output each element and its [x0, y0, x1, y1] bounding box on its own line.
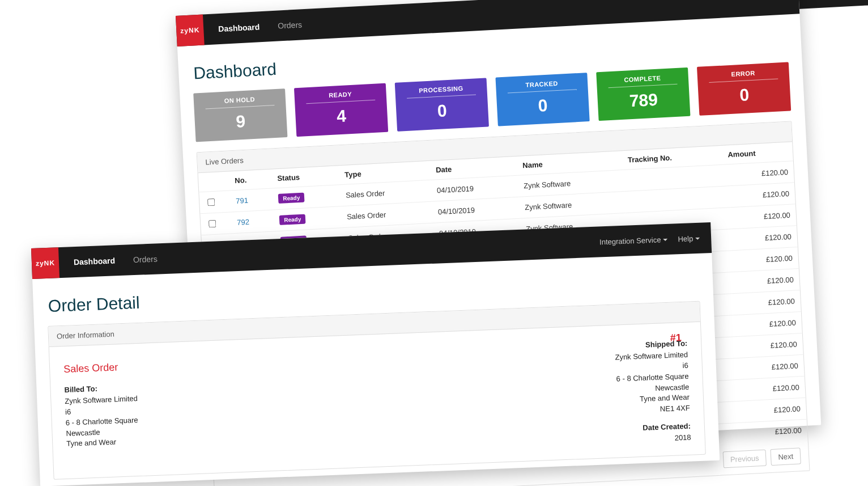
- status-badge: Ready: [278, 193, 305, 204]
- order-amount: £120.00: [724, 183, 795, 208]
- order-amount: £120.00: [731, 333, 803, 358]
- order-amount: £120.00: [728, 269, 799, 294]
- status-card-value: 0: [705, 83, 784, 107]
- status-card-on-hold[interactable]: ON HOLD9: [193, 88, 287, 142]
- status-card-value: 4: [302, 104, 381, 128]
- order-amount: £120.00: [730, 311, 802, 336]
- nav-integration-service[interactable]: Integration Service: [599, 235, 668, 246]
- status-card-label: ERROR: [708, 69, 778, 83]
- status-card-error[interactable]: ERROR0: [697, 62, 791, 115]
- row-checkbox[interactable]: [209, 220, 216, 228]
- caret-down-icon: [695, 238, 700, 240]
- status-card-complete[interactable]: COMPLETE789: [596, 67, 690, 121]
- order-no-link[interactable]: 791: [229, 188, 273, 212]
- order-amount: £120.00: [733, 354, 804, 379]
- row-checkbox[interactable]: [207, 198, 215, 206]
- order-amount: £120.00: [729, 290, 801, 315]
- pager-prev-button[interactable]: Previous: [722, 450, 767, 468]
- order-type-label: Sales Order: [63, 361, 118, 375]
- date-created-label: Date Created:: [618, 422, 691, 433]
- status-card-value: 9: [201, 110, 280, 133]
- order-amount: £120.00: [726, 226, 797, 251]
- pager-next-button[interactable]: Next: [771, 447, 801, 466]
- order-no-link[interactable]: 792: [231, 210, 274, 234]
- order-detail-window: zyNK Dashboard Orders Integration Servic…: [31, 222, 720, 486]
- nav-orders[interactable]: Orders: [124, 243, 167, 276]
- status-card-tracked[interactable]: TRACKED0: [495, 73, 589, 126]
- caret-down-icon: [663, 239, 667, 241]
- status-card-label: READY: [305, 90, 375, 104]
- order-amount: £120.00: [735, 398, 806, 422]
- nav-dashboard[interactable]: Dashboard: [209, 11, 270, 44]
- brand-logo[interactable]: zyNK: [176, 14, 205, 46]
- order-amount: £120.00: [727, 247, 798, 272]
- col-no: No.: [228, 170, 272, 191]
- status-card-label: TRACKED: [507, 79, 577, 93]
- nav-help[interactable]: Help: [678, 234, 700, 243]
- nav-orders[interactable]: Orders: [268, 9, 312, 42]
- status-card-value: 789: [604, 88, 683, 112]
- brand-logo[interactable]: zyNK: [31, 247, 59, 279]
- shipped-to-block: Shipped To: Zynk Software Limited i6 6 -…: [614, 339, 691, 446]
- order-amount: £120.00: [722, 161, 794, 186]
- order-amount: £120.00: [734, 376, 805, 401]
- billed-to-block: Billed To: Zynk Software Limited i6 6 - …: [64, 383, 140, 467]
- status-card-label: COMPLETE: [608, 74, 678, 88]
- status-card-label: PROCESSING: [406, 84, 476, 98]
- nav-dashboard[interactable]: Dashboard: [64, 245, 125, 278]
- status-badge: Ready: [279, 214, 306, 225]
- order-amount: £120.00: [736, 419, 807, 444]
- status-card-processing[interactable]: PROCESSING0: [395, 78, 489, 131]
- order-info-panel: Order Information Sales Order #1 Billed …: [48, 301, 706, 480]
- status-card-value: 0: [403, 99, 482, 122]
- status-card-value: 0: [503, 94, 582, 117]
- order-amount: £120.00: [725, 204, 796, 229]
- status-card-ready[interactable]: READY4: [294, 83, 388, 137]
- status-card-label: ON HOLD: [205, 95, 275, 109]
